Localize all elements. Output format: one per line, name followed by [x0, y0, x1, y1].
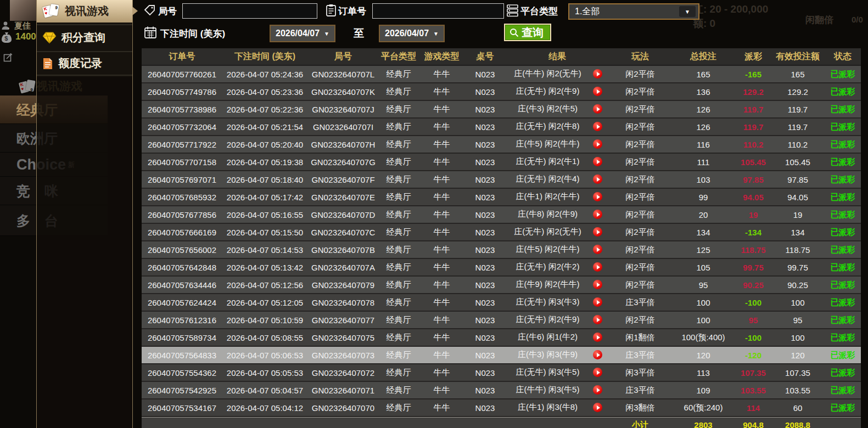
menu-item-video-games[interactable]: K♥9 视讯游戏 [37, 0, 132, 22]
play-type-hint: 闲翻倍 [805, 14, 833, 26]
order-input[interactable] [372, 3, 504, 19]
replay-icon[interactable] [593, 104, 602, 114]
order-id: 260407057656002 [142, 241, 222, 259]
result-text: 庄(无牛) 闲3(牛5) [505, 364, 590, 380]
replay-icon[interactable] [593, 368, 602, 377]
platform-select[interactable]: 1.全部 ▼ [568, 3, 699, 20]
status: 已派彩 [825, 399, 861, 417]
result-text: 庄(牛3) 闲2(牛5) [505, 101, 590, 116]
status: 已派彩 [825, 189, 861, 206]
menu-item-points-query[interactable]: 积分查询 [37, 24, 132, 50]
order-id: 260407057554362 [142, 364, 222, 382]
replay-icon[interactable] [593, 333, 602, 342]
edit-icon[interactable] [3, 53, 13, 63]
result-cell: 庄(牛1) 闲3(牛8) [505, 399, 609, 417]
table-row[interactable]: 2604070576560022026-04-07 05:14:53GN0232… [142, 241, 861, 259]
play-type: 闲2平倍 [609, 83, 671, 101]
table-row[interactable]: 2604070577389862026-04-07 05:22:36GN0232… [142, 101, 861, 119]
replay-icon[interactable] [593, 262, 602, 272]
order-id: 260407057717922 [142, 136, 222, 154]
table-row[interactable]: 2604070577071582026-04-07 05:19:38GN0232… [142, 154, 861, 171]
table-row[interactable]: 2604070575429252026-04-07 05:04:57GN0232… [142, 382, 861, 399]
replay-icon[interactable] [593, 192, 602, 201]
column-header: 状态 [825, 48, 861, 66]
game-type: 牛牛 [418, 83, 465, 101]
table-row[interactable]: 2604070576661692026-04-07 05:15:50GN0232… [142, 224, 861, 241]
payout: 95 [736, 312, 771, 329]
tag-icon [144, 4, 156, 16]
table-row[interactable]: 2604070576970712026-04-07 05:18:40GN0232… [142, 171, 861, 189]
table-row[interactable]: 2604070575648332026-04-07 05:06:53GN0232… [142, 347, 861, 364]
game-type: 牛牛 [418, 364, 465, 382]
replay-icon[interactable] [593, 157, 602, 166]
replay-icon[interactable] [593, 350, 602, 359]
table-row[interactable]: 2604070576123162026-04-07 05:10:59GN0232… [142, 312, 861, 329]
flyout-menu: K♥9 视讯游戏 积分查询 额度记录 [36, 0, 133, 428]
order-id: 260407057534167 [142, 399, 222, 417]
valid-bet: 110.2 [771, 136, 825, 154]
replay-icon[interactable] [593, 227, 602, 236]
valid-bet: 134 [771, 224, 825, 241]
platform-type: 经典厅 [379, 66, 418, 83]
replay-icon[interactable] [593, 122, 602, 131]
replay-icon[interactable] [593, 139, 602, 149]
platform-type: 经典厅 [379, 347, 418, 364]
status: 已派彩 [825, 171, 861, 189]
replay-icon[interactable] [593, 297, 602, 307]
table-row[interactable]: 2604070575897342026-04-07 05:08:55GN0232… [142, 329, 861, 347]
play-type: 闲2平倍 [609, 241, 671, 259]
replay-icon[interactable] [593, 69, 602, 78]
table-row[interactable]: 2604070577602612026-04-07 05:24:36GN0232… [142, 66, 861, 83]
status: 已派彩 [825, 83, 861, 101]
table-number: N023 [465, 241, 505, 259]
table-row[interactable]: 2604070577179222026-04-07 05:20:40GN0232… [142, 136, 861, 154]
round-id: GN0232640707D [307, 206, 379, 224]
replay-icon[interactable] [593, 87, 602, 96]
bet-time: 2026-04-07 05:06:53 [222, 347, 307, 364]
replay-icon[interactable] [593, 315, 602, 324]
date-to-picker[interactable]: 2026/04/07▼ [379, 25, 445, 42]
date-to-label: 至 [354, 26, 364, 41]
status: 已派彩 [825, 329, 861, 347]
column-header: 订单号 [142, 48, 222, 66]
table-row[interactable]: 2604070575543622026-04-07 05:05:53GN0232… [142, 364, 861, 382]
round-input[interactable] [182, 3, 317, 19]
status: 已派彩 [825, 347, 861, 364]
subtotal-payout: 904.8 [736, 417, 771, 428]
table-row[interactable]: 2604070577497862026-04-07 05:23:36GN0232… [142, 83, 861, 101]
replay-icon[interactable] [593, 210, 602, 219]
table-row[interactable]: 2604070575341672026-04-07 05:04:12GN0232… [142, 399, 861, 417]
game-type: 牛牛 [418, 259, 465, 277]
order-id: 260407057666169 [142, 224, 222, 241]
replay-icon[interactable] [593, 403, 602, 412]
bet-time: 2026-04-07 05:04:12 [222, 399, 307, 417]
replay-icon[interactable] [593, 385, 602, 395]
order-id: 260407057589734 [142, 329, 222, 347]
platform-type: 经典厅 [379, 206, 418, 224]
money-bag-icon: $ [1, 31, 12, 43]
status: 已派彩 [825, 206, 861, 224]
search-icon [509, 28, 519, 37]
result-cell: 庄(牛3) 闲2(牛5) [505, 101, 609, 119]
replay-icon[interactable] [593, 245, 602, 254]
table-row[interactable]: 2604070576344462026-04-07 05:12:56GN0232… [142, 277, 861, 294]
date-from-picker[interactable]: 2026/04/07▼ [270, 25, 335, 42]
table-row[interactable]: 2604070576778562026-04-07 05:16:55GN0232… [142, 206, 861, 224]
table-row[interactable]: 2604070576244242026-04-07 05:12:05GN0232… [142, 294, 861, 312]
payout: 114 [736, 399, 771, 417]
table-row[interactable]: 2604070576428482026-04-07 05:13:42GN0232… [142, 259, 861, 277]
bet-time: 2026-04-07 05:16:55 [222, 206, 307, 224]
payout: -100 [736, 294, 771, 312]
play-type: 闲2平倍 [609, 66, 671, 83]
menu-item-credit-records[interactable]: 额度记录 [37, 51, 132, 76]
table-number: N023 [465, 294, 505, 312]
search-button[interactable]: 查询 [504, 24, 551, 41]
platform-type: 经典厅 [379, 224, 418, 241]
play-type: 闲2平倍 [609, 119, 671, 136]
round-id: GN0232640707F [307, 171, 379, 189]
table-row[interactable]: 2604070577320642026-04-07 05:21:54GN0232… [142, 119, 861, 136]
table-row[interactable]: 2604070576859322026-04-07 05:17:42GN0232… [142, 189, 861, 206]
replay-icon[interactable] [593, 174, 602, 184]
replay-icon[interactable] [593, 280, 602, 289]
play-type: 庄3平倍 [609, 294, 671, 312]
